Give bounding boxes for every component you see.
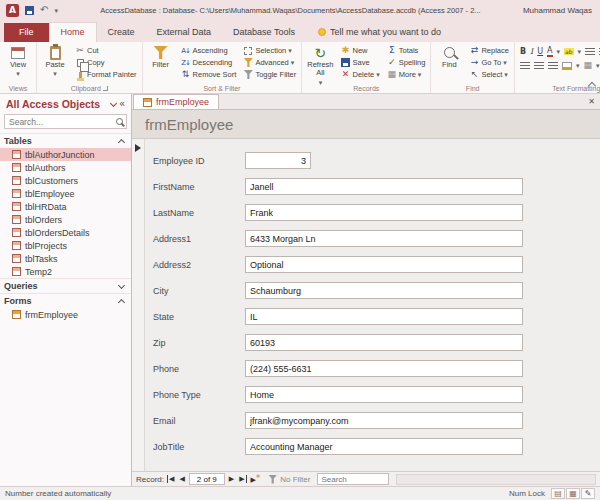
save-record-button[interactable]: Save: [339, 57, 382, 68]
phone-type-input[interactable]: [245, 386, 523, 403]
nav-table-item[interactable]: tblOrders: [0, 213, 131, 226]
document-tab-frmEmployee[interactable]: frmEmployee: [133, 94, 219, 109]
new-blank-record-button[interactable]: [250, 474, 262, 484]
tell-me-box[interactable]: Tell me what you want to do: [318, 27, 441, 42]
chevron-down-icon[interactable]: [557, 47, 561, 56]
new-record-ribbon-button[interactable]: New: [339, 45, 382, 56]
datasheet-view-button[interactable]: [566, 488, 580, 499]
nav-table-item[interactable]: tblProjects: [0, 239, 131, 252]
employee-id-input[interactable]: [245, 152, 311, 169]
nav-form-item[interactable]: frmEmployee: [0, 308, 131, 321]
font-color-button[interactable]: [547, 46, 552, 57]
record-position[interactable]: 2 of 9: [189, 473, 225, 485]
toggle-filter-button[interactable]: Toggle Filter: [241, 69, 298, 80]
address2-input[interactable]: [245, 256, 523, 273]
tab-home[interactable]: Home: [49, 22, 97, 42]
field-row: Zip: [153, 334, 600, 351]
remove-sort-button[interactable]: Remove Sort: [179, 69, 239, 80]
nav-table-item[interactable]: tblOrdersDetails: [0, 226, 131, 239]
selection-button[interactable]: Selection: [241, 45, 298, 56]
address1-input[interactable]: [245, 230, 523, 247]
go-to-button[interactable]: Go To: [467, 57, 511, 68]
highlight-button[interactable]: [564, 47, 574, 56]
find-button[interactable]: Find: [434, 44, 464, 70]
nav-table-item[interactable]: tblHRData: [0, 200, 131, 213]
align-left-button[interactable]: [520, 62, 530, 70]
firstname-input[interactable]: [245, 178, 523, 195]
nav-section-tables[interactable]: Tables: [0, 133, 131, 148]
fill-color-button[interactable]: [562, 62, 572, 70]
design-view-button[interactable]: [581, 488, 595, 499]
city-input[interactable]: [245, 282, 523, 299]
nav-table-item[interactable]: tblEmployee: [0, 187, 131, 200]
first-record-button[interactable]: [167, 475, 175, 483]
zip-input[interactable]: [245, 334, 523, 351]
phone-input[interactable]: [245, 360, 523, 377]
view-icon: [11, 47, 25, 59]
ascending-button[interactable]: Ascending: [179, 45, 239, 56]
tab-database-tools[interactable]: Database Tools: [222, 23, 306, 42]
replace-button[interactable]: Replace: [467, 45, 511, 56]
nav-table-item[interactable]: tblTasks: [0, 252, 131, 265]
advanced-button[interactable]: Advanced: [241, 57, 298, 68]
descending-button[interactable]: Descending: [179, 57, 239, 68]
nav-section-forms[interactable]: Forms: [0, 293, 131, 308]
expand-section-icon: [118, 281, 125, 288]
bullets-button[interactable]: [585, 48, 595, 56]
align-right-button[interactable]: [548, 62, 558, 70]
underline-button[interactable]: [537, 47, 543, 56]
tab-external-data[interactable]: External Data: [146, 23, 223, 42]
user-name[interactable]: Muhammad Waqas: [523, 6, 592, 15]
save-quick-icon[interactable]: [25, 6, 34, 15]
nav-search-input[interactable]: [4, 114, 127, 129]
filter-button[interactable]: Filter: [146, 44, 176, 70]
horizontal-scrollbar[interactable]: [396, 474, 596, 485]
collapse-section-icon: [118, 299, 125, 306]
qat-dropdown-icon[interactable]: [54, 6, 58, 15]
tab-create[interactable]: Create: [97, 23, 146, 42]
dialog-launcher-icon[interactable]: [103, 86, 108, 91]
tab-file[interactable]: File: [4, 23, 49, 42]
gridlines-button[interactable]: [583, 61, 592, 70]
bold-button[interactable]: [520, 47, 526, 56]
nav-section-queries[interactable]: Queries: [0, 278, 131, 293]
shutter-bar-close-icon[interactable]: [119, 99, 125, 109]
view-button-label: View: [10, 61, 26, 69]
nav-pane-title[interactable]: All Access Objects: [6, 98, 108, 110]
view-button[interactable]: View: [3, 44, 33, 79]
nav-table-item[interactable]: tblAuthors: [0, 161, 131, 174]
delete-button[interactable]: Delete: [339, 69, 382, 80]
align-center-button[interactable]: [534, 62, 544, 70]
nav-table-item[interactable]: tblAuthorJunction: [0, 148, 131, 161]
nav-table-item[interactable]: tblCustomers: [0, 174, 131, 187]
spelling-button[interactable]: Spelling: [385, 57, 428, 68]
record-selector-bar[interactable]: [132, 139, 145, 471]
save-icon: [341, 58, 350, 67]
nav-pane-menu-icon[interactable]: [110, 99, 117, 106]
undo-icon[interactable]: [40, 5, 48, 15]
next-record-button[interactable]: [228, 475, 235, 483]
jobtitle-input[interactable]: [245, 438, 523, 455]
previous-record-button[interactable]: [178, 475, 185, 483]
refresh-all-button[interactable]: Refresh All: [305, 44, 335, 88]
select-button[interactable]: Select: [467, 69, 511, 80]
italic-button[interactable]: [530, 47, 533, 56]
paste-button[interactable]: Paste: [40, 44, 70, 79]
state-input[interactable]: [245, 308, 523, 325]
record-search-input[interactable]: [317, 473, 389, 485]
chevron-down-icon: [16, 70, 20, 78]
chevron-down-icon[interactable]: [578, 47, 582, 56]
filter-indicator[interactable]: No Filter: [264, 475, 314, 484]
copy-button[interactable]: Copy: [73, 57, 139, 68]
lastname-input[interactable]: [245, 204, 523, 221]
more-button[interactable]: More: [385, 69, 428, 80]
chevron-down-icon[interactable]: [596, 61, 600, 70]
nav-table-item[interactable]: Temp2: [0, 265, 131, 278]
totals-button[interactable]: Totals: [385, 45, 428, 56]
close-document-icon[interactable]: [588, 97, 595, 106]
email-input[interactable]: [245, 412, 523, 429]
chevron-down-icon[interactable]: [576, 61, 580, 70]
cut-button[interactable]: Cut: [73, 45, 139, 56]
form-view-button[interactable]: [551, 488, 565, 499]
last-record-button[interactable]: [238, 475, 246, 483]
